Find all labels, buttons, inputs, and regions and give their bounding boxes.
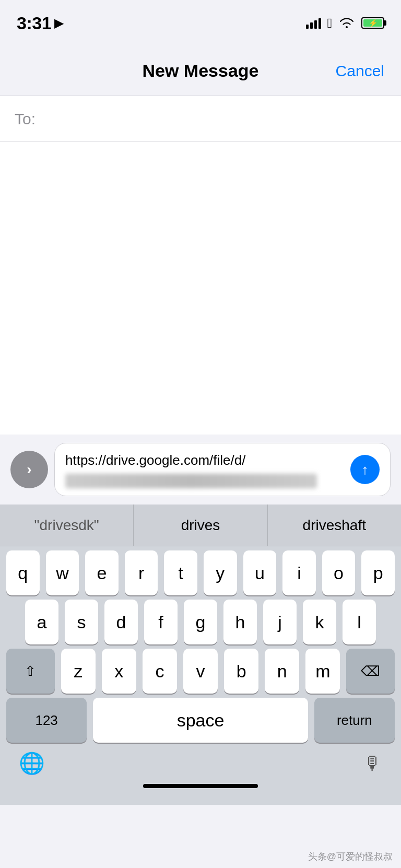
key-g[interactable]: g (184, 600, 217, 644)
message-bubble[interactable]: https://drive.google.com/file/d/ ↑ (54, 443, 391, 496)
predictive-item-3[interactable]: driveshaft (268, 505, 401, 546)
page-title: New Message (143, 61, 259, 81)
key-w[interactable]: w (46, 550, 79, 595)
space-key[interactable]: space (93, 698, 308, 743)
delete-key[interactable]: ⌫ (346, 649, 395, 694)
key-h[interactable]: h (223, 600, 257, 644)
send-button[interactable]: ↑ (350, 455, 380, 484)
globe-icon[interactable]: 🌐 (19, 751, 45, 776)
nav-bar: New Message Cancel (0, 46, 401, 96)
key-q[interactable]: q (6, 550, 40, 595)
status-icons:  ⚡ (306, 15, 385, 31)
cancel-button[interactable]: Cancel (336, 62, 384, 80)
key-l[interactable]: l (343, 600, 376, 644)
message-body[interactable] (0, 142, 401, 435)
location-icon: ▶ (54, 16, 64, 30)
predictive-text-row: "drivesdk" drives driveshaft (0, 505, 401, 546)
key-u[interactable]: u (243, 550, 277, 595)
key-e[interactable]: e (85, 550, 119, 595)
message-url: https://drive.google.com/file/d/ (65, 451, 345, 470)
utility-row: 🌐 🎙 (0, 743, 401, 780)
to-label: To: (15, 110, 36, 128)
key-c[interactable]: c (143, 649, 177, 694)
message-input-area: › https://drive.google.com/file/d/ ↑ (0, 435, 401, 505)
key-z[interactable]: z (61, 649, 96, 694)
microphone-icon[interactable]: 🎙 (363, 753, 382, 775)
key-a[interactable]: a (25, 600, 58, 644)
keyboard-row-2: a s d f g h j k l (0, 595, 401, 644)
predictive-item-2[interactable]: drives (134, 505, 267, 546)
signal-bars-icon (306, 17, 321, 29)
status-time: 3:31 (17, 13, 51, 33)
key-r[interactable]: r (125, 550, 158, 595)
numbers-key[interactable]: 123 (6, 698, 87, 743)
key-s[interactable]: s (65, 600, 98, 644)
battery-icon: ⚡ (361, 17, 384, 29)
return-key[interactable]: return (314, 698, 395, 743)
watermark: 头条@可爱的怪叔叔 (308, 850, 393, 863)
key-p[interactable]: p (361, 550, 395, 595)
key-t[interactable]: t (164, 550, 197, 595)
keyboard-row-4: 123 space return (0, 694, 401, 743)
key-d[interactable]: d (104, 600, 138, 644)
key-b[interactable]: b (224, 649, 258, 694)
blurred-content (65, 474, 317, 488)
key-x[interactable]: x (102, 649, 136, 694)
key-o[interactable]: o (322, 550, 356, 595)
key-v[interactable]: v (183, 649, 218, 694)
home-indicator (0, 780, 401, 796)
keyboard: "drivesdk" drives driveshaft q w e r t y… (0, 505, 401, 805)
expand-button[interactable]: › (10, 451, 48, 488)
key-m[interactable]: m (305, 649, 340, 694)
wifi-icon (338, 17, 355, 29)
keyboard-row-3: ⇧ z x c v b n m ⌫ (0, 644, 401, 694)
keyboard-row-1: q w e r t y u i o p (0, 546, 401, 595)
key-i[interactable]: i (282, 550, 316, 595)
key-k[interactable]: k (303, 600, 336, 644)
predictive-item-1[interactable]: "drivesdk" (0, 505, 134, 546)
send-icon: ↑ (362, 463, 369, 476)
expand-icon: › (27, 461, 31, 478)
shift-key[interactable]: ⇧ (6, 649, 55, 694)
message-text: https://drive.google.com/file/d/ (65, 451, 345, 488)
wifi-icon:  (327, 15, 333, 31)
key-f[interactable]: f (144, 600, 178, 644)
key-n[interactable]: n (265, 649, 299, 694)
status-bar: 3:31 ▶  ⚡ (0, 0, 401, 46)
home-bar (143, 784, 258, 788)
to-field[interactable]: To: (0, 96, 401, 142)
key-y[interactable]: y (204, 550, 237, 595)
key-j[interactable]: j (263, 600, 297, 644)
